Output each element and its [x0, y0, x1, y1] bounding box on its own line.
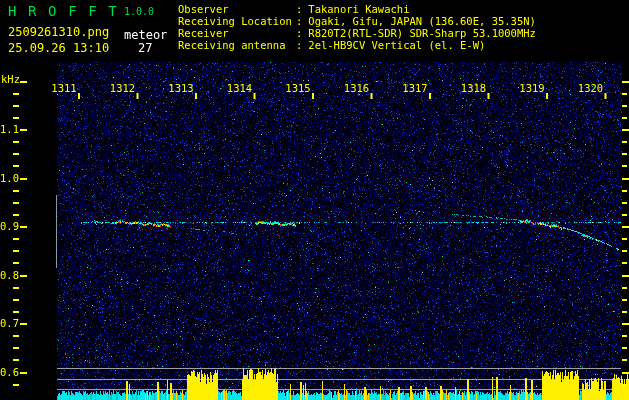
output-filename: 2509261310.png — [8, 25, 109, 39]
info-label: Receiver — [178, 27, 296, 39]
freq-axis-label: 1.1 — [0, 123, 19, 135]
time-axis-label: 1318 — [454, 82, 494, 94]
time-axis-label: 1313 — [161, 82, 201, 94]
info-value: Ogaki, Gifu, JAPAN (136.60E, 35.35N) — [302, 15, 536, 27]
info-label: Observer — [178, 3, 296, 15]
info-label: Receiving antenna — [178, 39, 296, 51]
time-axis-label: 1314 — [220, 82, 260, 94]
datetime-label: 25.09.26 13:10 — [8, 41, 109, 55]
spectrogram-canvas — [0, 0, 629, 400]
app-version: 1.0.0 — [124, 6, 154, 17]
time-axis-label: 1320 — [571, 82, 611, 94]
time-axis-label: 1316 — [337, 82, 377, 94]
freq-axis-label: 0.9 — [0, 220, 19, 232]
info-label: Receiving Location — [178, 15, 296, 27]
meteor-count: 27 — [138, 41, 152, 55]
app-title: H R O F F T — [8, 3, 118, 19]
freq-axis-label: 0.7 — [0, 317, 19, 329]
info-value: 2el-HB9CV Vertical (el. E-W) — [302, 39, 485, 51]
mode-label: meteor — [124, 28, 167, 42]
time-axis-label: 1319 — [512, 82, 552, 94]
station-info: Observer:Takanori KawachiReceiving Locat… — [178, 3, 536, 51]
info-value: R820T2(RTL-SDR) SDR-Sharp 53.1000MHz — [302, 27, 536, 39]
time-axis-label: 1311 — [44, 82, 84, 94]
info-value: Takanori Kawachi — [302, 3, 409, 15]
hrofft-spectrogram-output: H R O F F T 1.0.0 2509261310.png meteor … — [0, 0, 629, 400]
info-row: Receiver:R820T2(RTL-SDR) SDR-Sharp 53.10… — [178, 27, 536, 39]
freq-axis-unit: kHz — [1, 73, 20, 85]
freq-axis-label: 1.0 — [0, 172, 19, 184]
time-axis-label: 1315 — [278, 82, 318, 94]
freq-axis-label: 0.6 — [0, 366, 19, 378]
time-axis-label: 1312 — [103, 82, 143, 94]
info-row: Receiving antenna:2el-HB9CV Vertical (el… — [178, 39, 536, 51]
info-row: Observer:Takanori Kawachi — [178, 3, 536, 15]
info-row: Receiving Location:Ogaki, Gifu, JAPAN (1… — [178, 15, 536, 27]
freq-axis-label: 0.8 — [0, 269, 19, 281]
time-axis-label: 1317 — [395, 82, 435, 94]
